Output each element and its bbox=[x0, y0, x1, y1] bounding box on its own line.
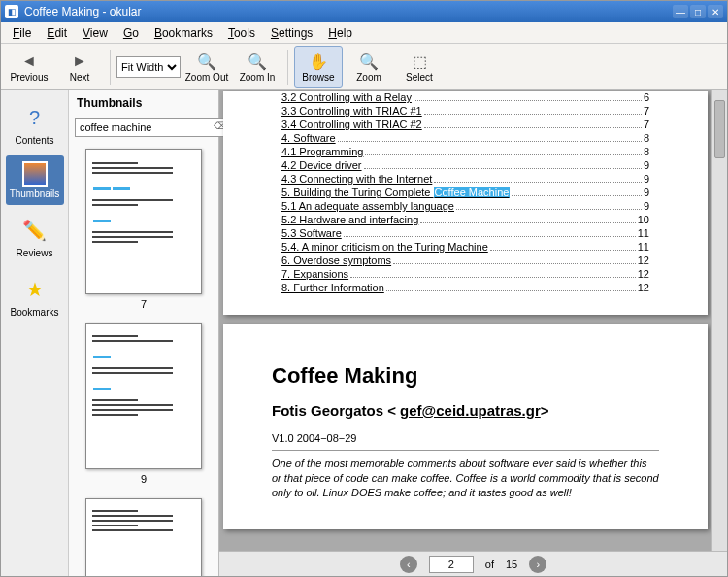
rail-reviews[interactable]: ✏️ Reviews bbox=[6, 209, 64, 264]
rail-bookmarks-label: Bookmarks bbox=[10, 307, 58, 318]
toc-page-number: 9 bbox=[644, 200, 649, 212]
zoom-tool-label: Zoom bbox=[356, 72, 381, 83]
rail-contents[interactable]: ? Contents bbox=[6, 96, 64, 152]
browse-button[interactable]: ✋ Browse bbox=[294, 46, 343, 88]
toc-link[interactable]: 5.4. A minor criticism on the Turing Mac… bbox=[281, 241, 488, 253]
toc-leader-dots bbox=[365, 154, 642, 155]
menu-help[interactable]: Help bbox=[320, 24, 360, 42]
thumbnail-label: 7 bbox=[141, 298, 147, 310]
menu-edit[interactable]: Edit bbox=[39, 24, 75, 42]
toc-page-number: 11 bbox=[638, 227, 649, 239]
toc-entry[interactable]: 5.1 An adequate assembly language9 bbox=[281, 200, 649, 213]
star-icon: ★ bbox=[19, 274, 50, 305]
toc-link[interactable]: 5.3 Software bbox=[281, 227, 342, 239]
close-button[interactable]: ✕ bbox=[708, 5, 723, 18]
toc-page-number: 12 bbox=[638, 282, 649, 293]
toc-entry[interactable]: 5.3 Software11 bbox=[281, 227, 649, 240]
toc-page-number: 8 bbox=[644, 146, 649, 157]
thumbnail-item[interactable] bbox=[69, 498, 218, 576]
zoom-in-button[interactable]: 🔍 Zoom In bbox=[233, 46, 281, 88]
select-label: Select bbox=[406, 72, 433, 83]
thumbnail-item[interactable]: 7 bbox=[69, 149, 218, 310]
author-email-link[interactable]: gef@ceid.upatras.gr bbox=[400, 402, 541, 419]
toc-link[interactable]: 5. Building the Turing Complete Coffee M… bbox=[281, 187, 510, 198]
scrollbar-thumb[interactable] bbox=[714, 100, 725, 158]
rail-thumbnails[interactable]: Thumbnails bbox=[6, 155, 64, 205]
toc-link[interactable]: 4.1 Programming bbox=[281, 146, 363, 157]
previous-label: Previous bbox=[11, 72, 49, 83]
zoom-select[interactable]: Fit Width bbox=[116, 56, 181, 78]
toc-link[interactable]: 6. Overdose symptoms bbox=[281, 255, 391, 266]
toc-leader-dots bbox=[456, 209, 642, 210]
of-label: of bbox=[485, 559, 494, 570]
maximize-button[interactable]: □ bbox=[690, 5, 706, 18]
toc-entry[interactable]: 6. Overdose symptoms12 bbox=[281, 255, 649, 267]
page-number-input[interactable] bbox=[429, 556, 474, 573]
arrow-right-icon: ► bbox=[69, 51, 90, 72]
search-highlight: Coffee Machine bbox=[434, 187, 511, 198]
menu-tools[interactable]: Tools bbox=[220, 24, 263, 42]
zoom-combo[interactable]: Fit Width bbox=[116, 54, 181, 80]
toc-page-number: 6 bbox=[644, 91, 649, 103]
toc-link[interactable]: 4.2 Device driver bbox=[281, 159, 362, 171]
menu-go[interactable]: Go bbox=[116, 24, 147, 42]
toc-entry[interactable]: 4.2 Device driver9 bbox=[281, 159, 649, 172]
main-area: ? Contents Thumbnails ✏️ Reviews ★ Bookm… bbox=[1, 90, 727, 576]
toc-entry[interactable]: 5.4. A minor criticism on the Turing Mac… bbox=[281, 241, 649, 254]
question-icon: ? bbox=[19, 102, 50, 133]
toc-entry[interactable]: 4.1 Programming8 bbox=[281, 146, 649, 158]
menu-file[interactable]: File bbox=[5, 24, 39, 42]
zoom-tool-button[interactable]: 🔍 Zoom bbox=[345, 46, 393, 88]
thumbnail-preview bbox=[85, 323, 202, 469]
toc-link[interactable]: 3.3 Controlling with TRIAC #1 bbox=[281, 105, 422, 117]
toc-link[interactable]: 5.2 Hardware and interfacing bbox=[281, 214, 418, 225]
toc-leader-dots bbox=[512, 195, 641, 196]
thumbnail-item[interactable]: 9 bbox=[69, 323, 218, 485]
toc-link[interactable]: 3.2 Controlling with a Relay bbox=[281, 91, 412, 103]
toc-entry[interactable]: 4. Software8 bbox=[281, 132, 649, 145]
thumbnail-preview bbox=[85, 498, 202, 576]
toc-entry[interactable]: 8. Further Information12 bbox=[281, 282, 649, 294]
pencil-icon: ✏️ bbox=[19, 215, 50, 246]
menu-settings[interactable]: Settings bbox=[263, 24, 320, 42]
document-scroll[interactable]: 3.2 Controlling with a Relay63.3 Control… bbox=[219, 90, 727, 551]
minimize-button[interactable]: — bbox=[673, 5, 688, 18]
thumbnails-list[interactable]: 7 9 bbox=[69, 143, 218, 576]
rail-bookmarks[interactable]: ★ Bookmarks bbox=[6, 268, 64, 323]
toc-entry[interactable]: 5.2 Hardware and interfacing10 bbox=[281, 214, 649, 226]
toc-link[interactable]: 4.3 Connecting with the Internet bbox=[281, 173, 432, 185]
next-page-button[interactable]: › bbox=[529, 556, 546, 573]
search-input[interactable] bbox=[75, 118, 230, 137]
thumbnails-search: ⌫ 🔍 bbox=[69, 116, 218, 143]
toc-entry[interactable]: 3.3 Controlling with TRIAC #17 bbox=[281, 105, 649, 118]
thumbnails-icon bbox=[22, 161, 48, 187]
rail-contents-label: Contents bbox=[15, 135, 53, 146]
toc-link[interactable]: 5.1 An adequate assembly language bbox=[281, 200, 454, 212]
zoom-out-label: Zoom Out bbox=[185, 72, 228, 83]
divider bbox=[272, 450, 659, 451]
toc-link[interactable]: 3.4 Controlling with TRIAC #2 bbox=[281, 119, 422, 130]
zoom-in-icon: 🔍 bbox=[247, 51, 268, 72]
toc-entry[interactable]: 3.4 Controlling with TRIAC #27 bbox=[281, 119, 649, 131]
select-button[interactable]: ⬚ Select bbox=[395, 46, 444, 88]
prev-page-button[interactable]: ‹ bbox=[400, 556, 417, 573]
next-button[interactable]: ► Next bbox=[55, 46, 104, 88]
version-text: V1.0 2004−08−29 bbox=[272, 432, 659, 444]
toc-entry[interactable]: 7. Expansions12 bbox=[281, 268, 649, 281]
toc-link[interactable]: 7. Expansions bbox=[281, 268, 348, 280]
vertical-scrollbar[interactable] bbox=[711, 90, 727, 551]
zoom-out-button[interactable]: 🔍 Zoom Out bbox=[182, 46, 231, 88]
menu-view[interactable]: View bbox=[75, 24, 116, 42]
toc-leader-dots bbox=[344, 236, 636, 237]
toc-link[interactable]: 8. Further Information bbox=[281, 282, 384, 293]
toolbar-separator bbox=[287, 50, 288, 85]
toc-entry[interactable]: 3.2 Controlling with a Relay6 bbox=[281, 91, 649, 104]
toc-entry[interactable]: 5. Building the Turing Complete Coffee M… bbox=[281, 187, 649, 199]
toc-page-number: 10 bbox=[638, 214, 649, 225]
menu-bookmarks[interactable]: Bookmarks bbox=[147, 24, 220, 42]
toc-link[interactable]: 4. Software bbox=[281, 132, 336, 144]
toc-leader-dots bbox=[414, 100, 642, 101]
page-navigation: ‹ of 15 › bbox=[219, 551, 727, 576]
toc-entry[interactable]: 4.3 Connecting with the Internet9 bbox=[281, 173, 649, 186]
previous-button[interactable]: ◄ Previous bbox=[5, 46, 53, 88]
